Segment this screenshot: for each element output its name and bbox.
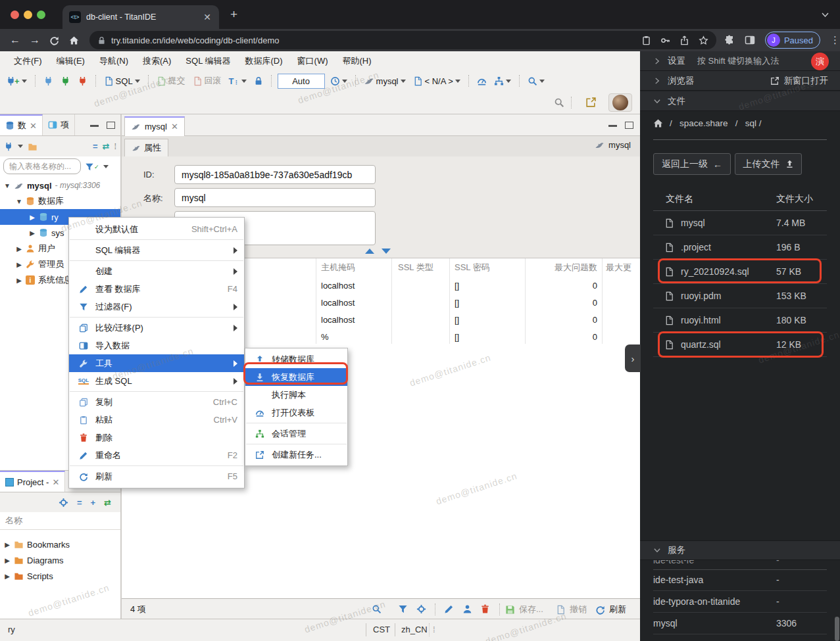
forward-button[interactable]: → [25,34,45,46]
grid-cell[interactable]: 0 [525,294,597,311]
tab-search-icon[interactable] [821,9,829,19]
files-section-header[interactable]: 文件 [640,91,840,111]
grid-cell[interactable]: 0 [525,328,597,345]
grid-search-icon[interactable] [372,604,382,614]
grid-cell[interactable]: localhost [321,277,355,294]
menu-window[interactable]: 窗口(W) [290,53,335,70]
tree-node-bookmarks[interactable]: ▶ Bookmarks [0,536,120,552]
grid-cell[interactable]: 0 [525,277,597,294]
home-icon[interactable] [653,118,663,128]
maximize-editor-icon[interactable] [625,122,633,129]
go-up-button[interactable]: 返回上一级← [653,153,731,175]
profile-button[interactable]: J Paused [765,32,820,49]
expand-section-icon[interactable] [382,249,391,254]
link-editor-icon[interactable]: ⇄ [102,141,109,151]
menu-item-filter[interactable]: 过滤器(F) [69,298,244,316]
menu-item-rename[interactable]: 重命名F2 [69,446,244,464]
disconnect-button[interactable] [76,75,89,87]
perspective-icon[interactable] [585,97,597,108]
menu-item-delete[interactable]: 删除 [69,429,244,446]
tree-node-databases[interactable]: ▼ 数据库 [0,193,120,209]
open-new-window-button[interactable]: 新窗口打开 [770,75,829,87]
name-field[interactable] [174,188,376,207]
menu-search[interactable]: 搜索(A) [136,53,178,70]
tree-node-scripts[interactable]: ▶ Scripts [0,568,120,584]
filter-icon[interactable]: ✓ [85,161,99,172]
grid-cell[interactable]: [] [455,311,459,328]
tab-database-navigator[interactable]: 数 ✕ [0,114,43,135]
delete-row-icon[interactable] [480,604,490,614]
grid-cell[interactable]: [] [455,328,459,345]
service-row[interactable]: ide-typora-on-titanide- [653,591,827,613]
menu-item-tools[interactable]: 工具 [69,354,244,372]
menu-item-compare-migrate[interactable]: 比较/迁移(P) [69,319,244,337]
browser-section-header[interactable]: 浏览器 新窗口打开 [640,71,840,91]
browser-tab[interactable]: <t> db-client - TitanIDE ✕ [62,5,219,29]
link-editor-icon[interactable]: ⇄ [104,498,111,508]
menu-help[interactable]: 帮助(H) [335,53,378,70]
grid-settings-icon[interactable] [416,604,426,614]
service-row[interactable]: ide-test-java- [653,569,827,591]
share-icon[interactable] [679,35,689,45]
commit-mode-select[interactable]: Auto [278,74,325,89]
connection-dropdown-icon[interactable] [18,145,23,148]
menu-item-sql-editor[interactable]: SQL 编辑器 [69,241,244,259]
table-filter-input[interactable] [3,158,81,174]
tab-close-icon[interactable]: ✕ [52,477,59,487]
grid-cell[interactable]: localhost [321,294,355,311]
file-row[interactable]: ruoyi.pdm153 KB [653,284,827,308]
transaction-lock-icon[interactable] [252,75,265,87]
menu-sql-editor[interactable]: SQL 编辑器 [178,53,237,70]
quick-search-icon[interactable] [554,97,564,108]
transaction-mode-button[interactable]: T⋮ [227,75,249,87]
submenu-item-session-manager[interactable]: 会话管理 [245,425,347,442]
side-panel-icon[interactable] [745,35,755,46]
file-row[interactable]: .project196 B [653,235,827,260]
grid-cell[interactable]: localhost [321,311,355,328]
password-key-icon[interactable] [660,35,670,45]
menu-item-refresh[interactable]: 刷新F5 [69,467,244,485]
user-avatar[interactable] [608,93,632,112]
services-section-header[interactable]: 服务 [640,540,840,560]
grid-header-ssl-cipher[interactable]: SSL 密码 [455,258,490,277]
window-zoom-button[interactable] [37,11,45,19]
editor-tab-mysql[interactable]: mysql ✕ [124,116,185,136]
menu-item-paste[interactable]: 粘贴Ctrl+V [69,411,244,429]
new-connection-icon[interactable] [4,141,13,152]
clipboard-icon[interactable] [641,35,651,45]
dashboard-button[interactable] [475,75,489,87]
menu-navigate[interactable]: 导航(N) [92,53,136,70]
extensions-puzzle-icon[interactable] [724,35,735,46]
menu-file[interactable]: 文件(F) [7,53,49,70]
active-schema-select[interactable]: < N/A > [411,75,462,87]
add-row-icon[interactable] [462,604,472,614]
settings-gear-icon[interactable] [59,497,68,508]
grid-cell[interactable]: % [321,328,329,345]
reload-button[interactable] [45,34,64,46]
search-button[interactable] [526,75,547,87]
window-close-button[interactable] [11,11,19,19]
edit-row-icon[interactable] [444,604,454,614]
connect-button[interactable] [41,75,55,87]
browser-menu-icon[interactable]: ⋮ [830,34,840,46]
tree-node-diagrams[interactable]: ▶ Diagrams [0,552,120,568]
grid-cell[interactable]: [] [455,294,459,311]
breadcrumb[interactable]: / space.share / sql / [653,118,762,128]
tab-properties[interactable]: 属性 [124,139,168,156]
panel-collapse-handle[interactable]: › [625,344,641,372]
menu-item-set-default[interactable]: 设为默认值Shift+Ctrl+A [69,220,244,238]
menu-edit[interactable]: 编辑(E) [49,53,92,70]
sql-editor-button[interactable]: SQL [102,75,142,87]
tab-project[interactable]: Project - ✕ [0,471,65,492]
collapse-all-icon[interactable]: = [77,498,82,508]
panel-scrollbar[interactable] [835,617,839,641]
new-tab-button[interactable]: + [230,8,237,20]
breadcrumb-path[interactable]: / space.share / sql / [670,118,762,128]
bookmark-star-icon[interactable] [699,35,708,45]
menu-database[interactable]: 数据库(D) [238,53,290,70]
tree-node-connection[interactable]: ▼ mysql - mysql:3306 [0,178,120,193]
minimize-editor-icon[interactable] [608,122,617,127]
grid-header-host-mask[interactable]: 主机掩码 [321,258,355,277]
tab-close-icon[interactable]: ✕ [171,122,178,131]
upload-file-button[interactable]: 上传文件 [735,153,802,175]
